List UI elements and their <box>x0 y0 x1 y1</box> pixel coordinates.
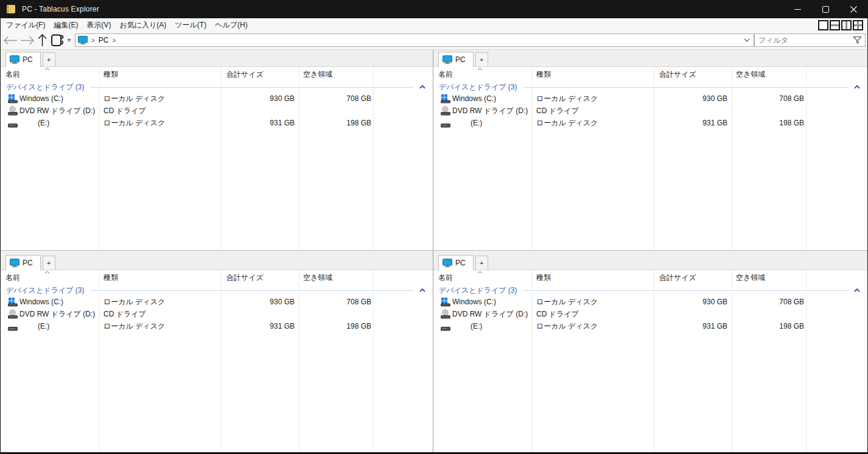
group-label[interactable]: デバイスとドライブ (3) <box>439 285 517 296</box>
windows-drive-icon <box>441 94 450 103</box>
column-header-row: 名前 種類 合計サイズ 空き領域 <box>433 67 867 82</box>
app-window: PC - Tablacus Explorer ファイル(F) 編集(E) 表示(… <box>0 0 868 454</box>
back-button[interactable] <box>2 32 19 48</box>
drive-name: (E:) <box>452 322 482 330</box>
drive-row-e[interactable]: (E:) ローカル ディスク 931 GB 198 GB <box>1 117 433 129</box>
tab-label: PC <box>23 55 33 64</box>
column-header-type[interactable]: 種類 <box>532 69 654 80</box>
tab-pc[interactable]: PC <box>5 255 41 270</box>
column-header-free-space[interactable]: 空き領域 <box>732 273 806 283</box>
drive-row-windows-c[interactable]: Windows (C:) ローカル ディスク 930 GB 708 GB <box>433 93 867 105</box>
menu-help[interactable]: ヘルプ(H) <box>211 20 252 30</box>
group-collapse-icon[interactable] <box>854 85 860 89</box>
drive-row-windows-c[interactable]: Windows (C:) ローカル ディスク 930 GB 708 GB <box>433 296 867 308</box>
title-bar: PC - Tablacus Explorer <box>1 0 867 18</box>
group-header-devices-and-drives: デバイスとドライブ (3) <box>1 82 433 93</box>
drive-row-dvd-d[interactable]: DVD RW ドライブ (D:) CD ドライブ <box>1 308 433 320</box>
drive-row-e[interactable]: (E:) ローカル ディスク 931 GB 198 GB <box>433 320 867 332</box>
drive-total-size: 931 GB <box>221 119 299 127</box>
group-label[interactable]: デバイスとドライブ (3) <box>6 285 85 296</box>
forward-button[interactable] <box>19 32 36 48</box>
new-tab-button[interactable]: + <box>43 256 55 270</box>
drive-free-space: 198 GB <box>299 119 373 127</box>
breadcrumb-separator[interactable]: > <box>110 37 119 44</box>
group-divider-line <box>90 290 414 291</box>
column-header-total-size[interactable]: 合計サイズ <box>654 273 732 283</box>
drive-name: Windows (C:) <box>452 298 496 306</box>
address-bar[interactable]: > PC > <box>75 33 754 47</box>
column-header-type[interactable]: 種類 <box>99 273 221 283</box>
column-header-total-size[interactable]: 合計サイズ <box>221 69 299 80</box>
drive-row-windows-c[interactable]: Windows (C:) ローカル ディスク 930 GB 708 GB <box>1 296 433 308</box>
column-header-free-space[interactable]: 空き領域 <box>299 273 373 283</box>
pc-monitor-icon <box>443 55 452 64</box>
column-divider <box>532 67 533 250</box>
menu-file[interactable]: ファイル(F) <box>2 20 49 30</box>
drive-row-dvd-d[interactable]: DVD RW ドライブ (D:) CD ドライブ <box>1 105 433 117</box>
window-controls <box>783 0 867 18</box>
drive-type: ローカル ディスク <box>99 118 221 128</box>
group-label[interactable]: デバイスとドライブ (3) <box>6 82 85 93</box>
drive-total-size: 931 GB <box>654 322 732 330</box>
new-tab-button[interactable]: + <box>475 52 488 66</box>
column-header-name[interactable]: 名前 <box>1 69 99 80</box>
group-collapse-icon[interactable] <box>419 85 425 89</box>
drive-name: Windows (C:) <box>19 94 63 103</box>
breadcrumb-separator: > <box>89 37 97 44</box>
tab-pc[interactable]: PC <box>5 52 41 67</box>
drive-name: DVD RW ドライブ (D:) <box>19 309 95 320</box>
drive-name: DVD RW ドライブ (D:) <box>452 309 528 320</box>
column-header-name[interactable]: 名前 <box>433 69 532 80</box>
hard-drive-icon <box>8 321 18 331</box>
column-divider <box>373 270 374 452</box>
drive-row-e[interactable]: (E:) ローカル ディスク 931 GB 198 GB <box>433 117 867 129</box>
filter-input[interactable] <box>756 36 853 44</box>
tab-pc[interactable]: PC <box>438 52 474 67</box>
close-button[interactable] <box>839 0 867 18</box>
column-header-free-space[interactable]: 空き領域 <box>732 69 806 80</box>
group-header-devices-and-drives: デバイスとドライブ (3) <box>433 82 867 93</box>
address-dropdown-icon[interactable] <box>744 38 751 42</box>
column-header-name[interactable]: 名前 <box>1 273 99 283</box>
drive-row-e[interactable]: (E:) ローカル ディスク 931 GB 198 GB <box>1 320 433 332</box>
layout-single-pane-icon[interactable] <box>818 20 828 30</box>
toolbar: + > PC > <box>1 32 867 50</box>
column-header-type[interactable]: 種類 <box>99 69 221 80</box>
drive-total-size: 930 GB <box>654 298 732 306</box>
menu-favorites[interactable]: お気に入り(A) <box>115 20 170 30</box>
new-tab-button[interactable] <box>49 32 66 48</box>
column-header-total-size[interactable]: 合計サイズ <box>221 273 299 283</box>
drive-row-windows-c[interactable]: Windows (C:) ローカル ディスク 930 GB 708 GB <box>1 93 433 105</box>
menu-tools[interactable]: ツール(T) <box>170 20 211 30</box>
maximize-button[interactable] <box>811 0 839 18</box>
new-tab-button[interactable]: + <box>43 52 55 66</box>
menu-edit[interactable]: 編集(E) <box>49 20 82 30</box>
tab-label: PC <box>455 55 466 64</box>
layout-grid-2x2-icon[interactable] <box>853 20 863 30</box>
column-header-name[interactable]: 名前 <box>433 273 532 283</box>
tab-bar: PC + <box>1 50 433 67</box>
column-header-total-size[interactable]: 合計サイズ <box>654 69 732 80</box>
new-tab-plus-label[interactable]: + <box>66 36 73 44</box>
group-label[interactable]: デバイスとドライブ (3) <box>439 82 517 93</box>
new-tab-button[interactable]: + <box>475 256 488 270</box>
breadcrumb-location[interactable]: PC <box>99 36 109 44</box>
up-button[interactable] <box>36 32 49 48</box>
menu-view[interactable]: 表示(V) <box>82 20 115 30</box>
drive-free-space: 198 GB <box>732 322 806 330</box>
column-divider <box>806 270 807 452</box>
drive-row-dvd-d[interactable]: DVD RW ドライブ (D:) CD ドライブ <box>433 105 867 117</box>
pc-monitor-icon <box>443 259 452 267</box>
column-divider <box>221 67 222 250</box>
column-header-type[interactable]: 種類 <box>532 273 654 283</box>
column-header-free-space[interactable]: 空き領域 <box>299 69 373 80</box>
tab-pc[interactable]: PC <box>438 255 474 270</box>
layout-split-vertical-icon[interactable] <box>841 20 852 30</box>
drive-free-space: 708 GB <box>299 94 373 103</box>
minimize-button[interactable] <box>783 0 811 18</box>
group-collapse-icon[interactable] <box>854 288 860 292</box>
group-collapse-icon[interactable] <box>419 288 425 292</box>
drive-row-dvd-d[interactable]: DVD RW ドライブ (D:) CD ドライブ <box>433 308 867 320</box>
layout-split-horizontal-icon[interactable] <box>830 20 840 30</box>
column-header-row: 名前 種類 合計サイズ 空き領域 <box>433 270 867 285</box>
